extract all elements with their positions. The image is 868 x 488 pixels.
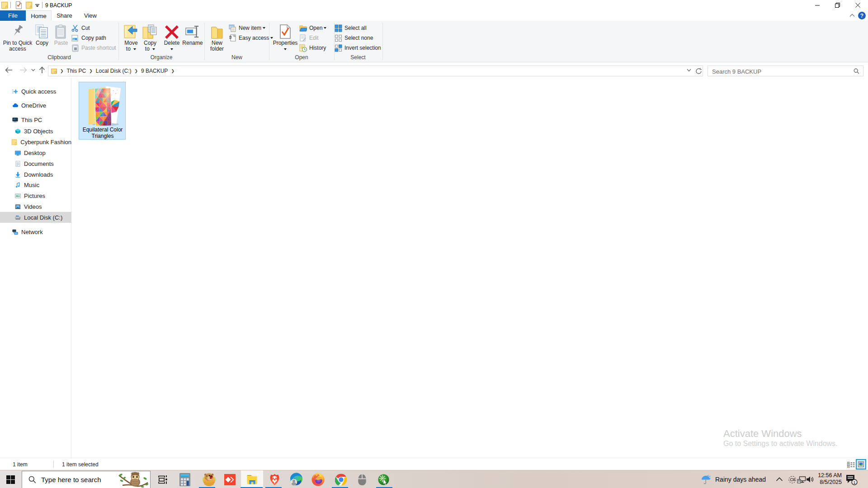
svg-text:W..: W..: [73, 38, 76, 40]
svg-text:?: ?: [860, 13, 863, 19]
svg-text:1: 1: [853, 480, 855, 485]
